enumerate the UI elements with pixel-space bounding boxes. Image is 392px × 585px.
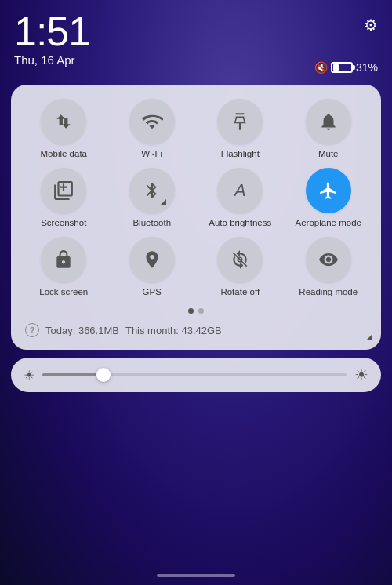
tile-mute[interactable]: Mute — [287, 99, 371, 160]
date-display: Thu, 16 Apr — [14, 53, 90, 67]
svg-marker-0 — [366, 334, 372, 340]
tile-mute-icon — [306, 99, 351, 144]
tile-reading-mode-label: Reading mode — [299, 287, 358, 298]
tile-flashlight-icon — [217, 99, 263, 144]
dot-0[interactable] — [188, 308, 194, 314]
brightness-max-icon: ☀ — [354, 365, 368, 384]
page-dots — [22, 308, 370, 314]
tile-auto-brightness-icon: A — [217, 168, 263, 213]
tile-mobile-data-icon — [41, 99, 86, 144]
status-left: 1:51 Thu, 16 Apr — [14, 11, 90, 67]
tile-mobile-data[interactable]: Mobile data — [22, 99, 106, 160]
tile-mute-label: Mute — [318, 149, 339, 160]
tile-auto-brightness-label: Auto brightness — [209, 218, 271, 229]
status-bar: 1:51 Thu, 16 Apr ⚙ 🔇 31% — [0, 0, 392, 78]
tile-screenshot-label: Screenshot — [41, 218, 86, 229]
today-usage: Today: 366.1MB — [45, 325, 119, 336]
tile-screenshot[interactable]: Screenshot — [22, 168, 106, 229]
month-usage: This month: 43.42GB — [125, 325, 222, 336]
time-display: 1:51 — [14, 11, 90, 52]
tile-flashlight[interactable]: Flashlight — [198, 99, 282, 160]
svg-marker-1 — [161, 199, 166, 205]
tile-reading-mode[interactable]: Reading mode — [287, 237, 371, 298]
brightness-track[interactable] — [42, 373, 347, 376]
tile-aeroplane-mode[interactable]: Aeroplane mode — [287, 168, 371, 229]
tile-lock-screen[interactable]: Lock screen — [22, 237, 106, 298]
tile-bluetooth[interactable]: Bluetooth — [111, 168, 194, 229]
tile-reading-mode-icon — [306, 237, 351, 282]
battery-percent: 31% — [356, 61, 378, 74]
tile-auto-brightness[interactable]: A Auto brightness — [198, 168, 282, 229]
battery-area: 🔇 31% — [314, 61, 378, 74]
brightness-min-icon: ☀ — [24, 368, 34, 383]
tile-gps-icon — [129, 237, 175, 282]
tile-mobile-data-label: Mobile data — [41, 149, 87, 160]
tile-wifi[interactable]: Wi-Fi — [111, 99, 194, 160]
tile-lock-screen-label: Lock screen — [39, 287, 88, 298]
home-indicator[interactable] — [157, 574, 235, 577]
data-usage-row: ? Today: 366.1MB This month: 43.42GB — [22, 323, 370, 337]
tile-bluetooth-icon — [129, 168, 175, 213]
tile-lock-screen-icon — [41, 237, 86, 282]
brightness-thumb[interactable] — [96, 368, 111, 382]
tile-aeroplane-mode-label: Aeroplane mode — [296, 218, 361, 229]
tile-wifi-label: Wi-Fi — [141, 149, 162, 160]
tile-gps[interactable]: GPS — [111, 237, 194, 298]
tile-gps-label: GPS — [143, 287, 162, 298]
tile-screenshot-icon — [41, 168, 86, 213]
tile-wifi-icon — [129, 99, 175, 144]
tile-rotate-off-icon — [217, 237, 263, 282]
quick-tiles-grid: Mobile data Wi-Fi Flashlight — [22, 99, 370, 297]
quick-settings-panel: Mobile data Wi-Fi Flashlight — [11, 85, 381, 350]
settings-icon[interactable]: ⚙ — [364, 16, 378, 35]
tile-bluetooth-label: Bluetooth — [132, 218, 171, 229]
brightness-fill — [42, 373, 103, 376]
tile-flashlight-label: Flashlight — [221, 149, 260, 160]
tile-rotate-off-label: Rotate off — [220, 287, 260, 298]
tile-aeroplane-mode-icon — [306, 168, 351, 213]
battery-icon — [331, 62, 353, 73]
tile-rotate-off[interactable]: Rotate off — [198, 237, 282, 298]
help-icon[interactable]: ? — [25, 323, 39, 337]
status-right: ⚙ 🔇 31% — [314, 16, 378, 74]
volume-icon: 🔇 — [314, 61, 328, 74]
brightness-bar[interactable]: ☀ ☀ — [11, 358, 381, 392]
dot-1[interactable] — [198, 308, 204, 314]
